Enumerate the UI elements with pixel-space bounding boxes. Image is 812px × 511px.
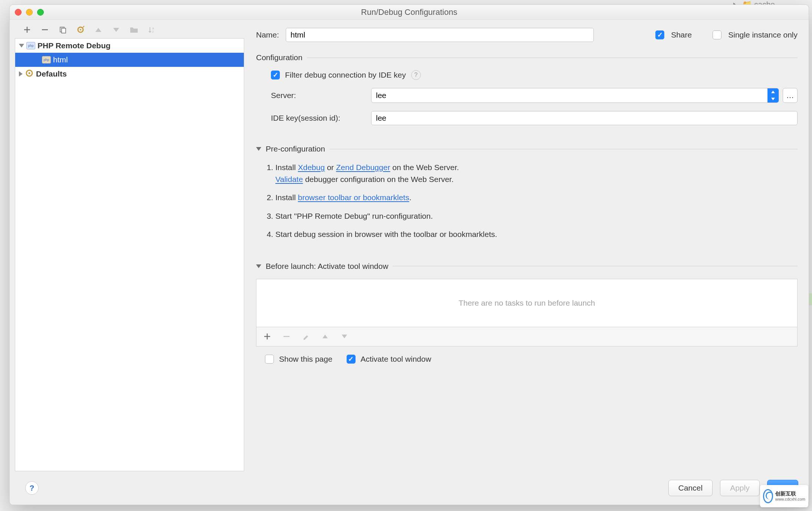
titlebar: Run/Debug Configurations <box>10 5 809 20</box>
show-this-page-label: Show this page <box>279 355 333 364</box>
add-configuration-button[interactable] <box>22 25 32 35</box>
configuration-section-label: Configuration <box>256 53 302 62</box>
activate-tool-window-checkbox[interactable] <box>347 355 356 364</box>
before-launch-toolbar <box>256 327 798 346</box>
validate-link[interactable]: Validate <box>275 175 303 183</box>
configuration-form: Name: Share Single instance only Configu… <box>247 20 809 471</box>
zend-debugger-link[interactable]: Zend Debugger <box>336 163 390 172</box>
configurations-panel: az php PHP Remote Debug php html Default… <box>10 20 247 471</box>
expand-toggle-icon[interactable] <box>19 44 24 48</box>
tree-node-label: PHP Remote Debug <box>37 41 111 50</box>
configurations-toolbar: az <box>15 25 247 38</box>
config-item-icon: php <box>42 56 51 64</box>
server-select[interactable] <box>371 88 779 103</box>
move-task-down-button[interactable] <box>340 332 349 341</box>
single-instance-label: Single instance only <box>728 30 798 39</box>
move-task-up-button[interactable] <box>320 332 330 341</box>
svg-point-3 <box>80 29 81 30</box>
dialog-footer: ? Cancel Apply OK <box>10 471 809 505</box>
help-icon[interactable]: ? <box>411 70 421 80</box>
select-stepper-icon[interactable] <box>767 88 779 102</box>
single-instance-checkbox[interactable] <box>713 30 721 39</box>
edit-defaults-button[interactable] <box>76 25 85 35</box>
name-input[interactable] <box>286 28 594 42</box>
ide-key-label: IDE key(session id): <box>271 114 371 123</box>
filter-ide-key-label: Filter debug connection by IDE key <box>285 71 406 79</box>
apply-button[interactable]: Apply <box>720 480 760 496</box>
remove-configuration-button[interactable] <box>40 25 50 35</box>
move-down-button[interactable] <box>111 25 121 35</box>
watermark-text: 创新互联 www.cdcxhl.com <box>775 491 805 501</box>
share-checkbox[interactable] <box>655 30 664 39</box>
preconfiguration-section-label: Pre-configuration <box>266 144 325 153</box>
configurations-tree[interactable]: php PHP Remote Debug php html Defaults <box>15 38 244 471</box>
svg-rect-1 <box>62 28 66 33</box>
folder-button[interactable] <box>129 25 139 35</box>
xdebug-link[interactable]: Xdebug <box>298 163 325 172</box>
name-label: Name: <box>256 30 279 39</box>
server-select-input[interactable] <box>371 88 779 103</box>
preconfig-step-3: Start "PHP Remote Debug" run-configurati… <box>275 210 798 222</box>
svg-text:z: z <box>152 30 154 33</box>
show-this-page-checkbox[interactable] <box>265 355 274 364</box>
preconfig-step-4: Start debug session in browser with the … <box>275 228 798 240</box>
watermark-logo-icon <box>763 489 773 503</box>
tree-node-label: html <box>53 55 68 64</box>
sort-button[interactable]: az <box>147 25 157 35</box>
copy-configuration-button[interactable] <box>58 25 68 35</box>
before-launch-tasks-list[interactable]: There are no tasks to run before launch <box>256 279 798 327</box>
share-label: Share <box>671 30 692 39</box>
preconfig-step-1: Install Xdebug or Zend Debugger on the W… <box>275 162 798 185</box>
empty-tasks-label: There are no tasks to run before launch <box>459 299 595 307</box>
tree-node-html[interactable]: php html <box>15 53 244 67</box>
tree-node-php-remote-debug[interactable]: php PHP Remote Debug <box>15 39 244 53</box>
cancel-button[interactable]: Cancel <box>668 480 713 496</box>
browser-toolbar-link[interactable]: browser toolbar or bookmarklets <box>298 193 409 202</box>
remove-task-button[interactable] <box>282 332 291 341</box>
ide-key-input[interactable] <box>371 111 798 125</box>
expand-toggle-icon[interactable] <box>19 71 23 77</box>
run-debug-configurations-dialog: Run/Debug Configurations az php PHP Remo… <box>9 4 809 505</box>
svg-point-7 <box>29 72 30 74</box>
preconfig-step-2: Install browser toolbar or bookmarklets. <box>275 192 798 204</box>
move-up-button[interactable] <box>94 25 103 35</box>
dialog-title: Run/Debug Configurations <box>10 7 809 17</box>
tree-node-label: Defaults <box>36 69 67 78</box>
collapse-toggle-icon[interactable] <box>256 147 261 151</box>
server-browse-button[interactable]: … <box>783 88 798 103</box>
filter-ide-key-checkbox[interactable] <box>271 71 280 79</box>
before-launch-section-label: Before launch: Activate tool window <box>266 262 388 271</box>
collapse-toggle-icon[interactable] <box>256 264 261 268</box>
watermark: 创新互联 www.cdcxhl.com <box>760 485 808 507</box>
php-remote-debug-icon: php <box>26 42 35 49</box>
tree-node-defaults[interactable]: Defaults <box>15 67 244 81</box>
defaults-icon <box>25 69 34 79</box>
server-label: Server: <box>271 91 371 100</box>
activate-tool-window-label: Activate tool window <box>361 355 431 364</box>
help-button[interactable]: ? <box>25 481 39 495</box>
edit-task-button[interactable] <box>301 332 311 341</box>
add-task-button[interactable] <box>262 332 272 341</box>
